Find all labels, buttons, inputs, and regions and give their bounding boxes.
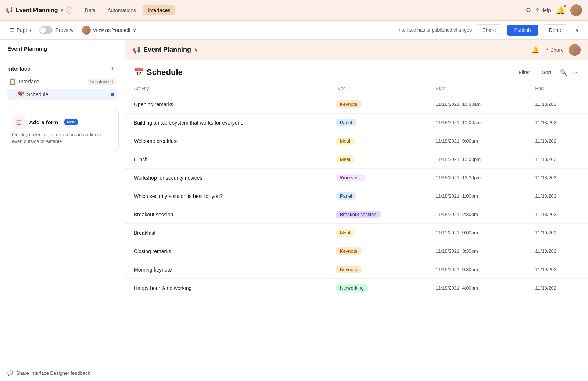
bell-icon[interactable]: 🔔 <box>531 46 539 54</box>
share-button[interactable]: Share <box>476 24 502 36</box>
cell-activity: Morning keynote <box>125 260 327 279</box>
cell-type: Workshop <box>327 169 427 187</box>
table-row[interactable]: Building an alert system that works for … <box>125 114 588 132</box>
user-avatar[interactable] <box>570 4 582 16</box>
interface-user-avatar[interactable] <box>569 44 581 56</box>
info-icon[interactable]: ℹ <box>66 7 72 14</box>
cell-activity: Breakout session <box>125 205 327 224</box>
cell-start: 11/18/2021 4:00pm <box>427 279 526 297</box>
interface-body: 📅 Schedule Filter Sort 🔍 ⋯ Acti <box>125 60 588 381</box>
app-title: 📢 Event Planning ∨ ℹ <box>6 7 72 14</box>
unpublished-notice: Interface has unpublished changes <box>398 27 472 33</box>
done-button[interactable]: Done <box>543 24 567 36</box>
cell-type: Meal <box>327 150 427 169</box>
table-row[interactable]: Morning keynote Keynote 11/19/2021 9:30a… <box>125 260 588 279</box>
publish-button[interactable]: Publish <box>507 25 538 36</box>
new-badge: New <box>64 119 78 125</box>
cell-end: 11/18/202 <box>526 169 588 187</box>
view-as-button[interactable]: View as Yourself ∨ <box>78 24 140 37</box>
more-options-icon[interactable]: ⋯ <box>573 69 579 76</box>
unpublished-badge: Unpublished <box>87 79 116 85</box>
cell-end: 11/18/202 <box>526 205 588 224</box>
help-button[interactable]: ? Help <box>536 7 551 13</box>
sidebar-item-schedule[interactable]: 📅 Schedule <box>7 89 117 100</box>
table-row[interactable]: Welcome breakfast Meal 11/18/2021 9:00am… <box>125 132 588 150</box>
notifications-button[interactable]: 🔔 <box>556 6 565 15</box>
table-row[interactable]: Breakfast Meal 11/19/2021 9:00am 11/19/2… <box>125 224 588 242</box>
cell-end: 11/18/202 <box>526 95 588 114</box>
interface-title-text: Event Planning <box>143 46 191 54</box>
col-activity: Activity <box>125 82 327 95</box>
table-row[interactable]: Opening remarks Keynote 11/18/2021 10:30… <box>125 95 588 114</box>
table-row[interactable]: Which security solution is best for you?… <box>125 187 588 205</box>
cell-type: Keynote <box>327 242 427 260</box>
cell-start: 11/18/2021 10:30am <box>427 95 526 114</box>
col-start: Start <box>427 82 526 95</box>
sidebar-section-title: Interface <box>7 65 31 72</box>
interface-icon: 📋 <box>9 78 16 85</box>
toolbar-right: Interface has unpublished changes Share … <box>398 24 582 36</box>
form-icon: ⊡ <box>12 115 25 129</box>
sidebar-feedback-button[interactable]: 💬 Share Interface Designer feedback <box>0 365 125 381</box>
nav-right: ⟲ ? Help 🔔 <box>525 4 582 16</box>
filter-button[interactable]: Filter <box>516 68 533 77</box>
cell-activity: Closing remarks <box>125 242 327 260</box>
cell-end: 11/18/202 <box>526 279 588 297</box>
table-row[interactable]: Happy hour & networking Networking 11/18… <box>125 279 588 297</box>
toolbar: ☰ Pages Preview View as Yourself ∨ Inter… <box>0 21 588 40</box>
interface-title: 📢 Event Planning ∨ <box>132 46 198 54</box>
feedback-icon: 💬 <box>7 370 13 376</box>
schedule-actions: Filter Sort 🔍 ⋯ <box>516 68 579 77</box>
cell-start: 11/18/2021 1:00pm <box>427 187 526 205</box>
cell-type: Panel <box>327 187 427 205</box>
cell-start: 11/18/2021 9:00am <box>427 132 526 150</box>
schedule-table: Activity Type Start End Opening remarks … <box>125 82 588 297</box>
preview-toggle[interactable] <box>39 26 53 34</box>
chevron-down-icon[interactable]: ∨ <box>194 47 198 53</box>
hamburger-icon: ☰ <box>10 27 14 33</box>
nav-interfaces[interactable]: Interfaces <box>143 5 175 15</box>
cell-type: Meal <box>327 132 427 150</box>
app-icon: 📢 <box>6 7 13 14</box>
main-layout: Event Planning Interface + 📋 Interface U… <box>0 40 588 381</box>
chevron-down-icon[interactable]: ∨ <box>60 8 64 13</box>
interface-header: 📢 Event Planning ∨ 🔔 ↗ Share <box>125 40 588 60</box>
table-row[interactable]: Closing remarks Keynote 11/18/2021 3:30p… <box>125 242 588 260</box>
sidebar-schedule-label: Schedule <box>27 91 48 97</box>
add-form-card[interactable]: ⊡ Add a form New Quickly collect data fr… <box>6 109 119 151</box>
search-icon[interactable]: 🔍 <box>560 69 567 76</box>
collapse-button[interactable]: ∧ <box>572 25 582 35</box>
sidebar-feedback-label: Share Interface Designer feedback <box>16 370 90 376</box>
cell-activity: Which security solution is best for you? <box>125 187 327 205</box>
cell-activity: Happy hour & networking <box>125 279 327 297</box>
schedule-title: 📅 Schedule <box>134 68 183 77</box>
sort-button[interactable]: Sort <box>539 68 554 77</box>
interface-header-right: 🔔 ↗ Share <box>531 44 581 56</box>
nav-automations[interactable]: Automations <box>102 5 141 15</box>
avatar-image <box>569 44 581 56</box>
form-card-description: Quickly collect data from a broad audien… <box>12 132 112 145</box>
nav-data[interactable]: Data <box>80 5 101 15</box>
cell-activity: Breakfast <box>125 224 327 242</box>
table-row[interactable]: Breakout session Breakout session 11/18/… <box>125 205 588 224</box>
cell-end: 11/19/202 <box>526 260 588 279</box>
notification-badge <box>563 4 567 8</box>
history-icon[interactable]: ⟲ <box>525 6 531 14</box>
sidebar-interface-label: Interface <box>19 79 39 85</box>
schedule-tbody: Opening remarks Keynote 11/18/2021 10:30… <box>125 95 588 297</box>
col-end: End <box>526 82 588 95</box>
view-as-avatar <box>82 26 91 35</box>
sidebar-project-title: Event Planning <box>0 40 125 58</box>
pages-button[interactable]: ☰ Pages <box>6 25 35 35</box>
table-row[interactable]: Workshop for security novices Workshop 1… <box>125 169 588 187</box>
sidebar: Event Planning Interface + 📋 Interface U… <box>0 40 125 381</box>
sidebar-section-interface: Interface + 📋 Interface Unpublished 📅 Sc… <box>0 58 125 103</box>
table-row[interactable]: Lunch Meal 11/18/2021 12:00pm 11/18/202 <box>125 150 588 169</box>
interface-preview: 📢 Event Planning ∨ 🔔 ↗ Share 📅 <box>125 40 588 381</box>
sidebar-item-interface[interactable]: 📋 Interface Unpublished <box>7 76 117 87</box>
nav-links: Data Automations Interfaces <box>80 5 176 15</box>
share-icon[interactable]: ↗ Share <box>544 47 564 53</box>
add-interface-button[interactable]: + <box>108 64 117 73</box>
cell-end: 11/18/202 <box>526 187 588 205</box>
cell-activity: Opening remarks <box>125 95 327 114</box>
